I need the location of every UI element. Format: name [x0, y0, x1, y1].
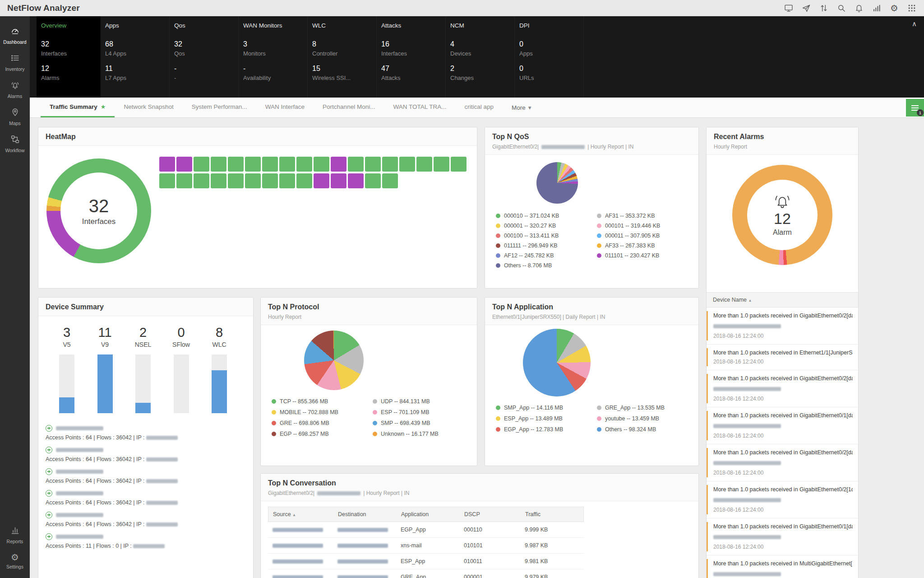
expand-plus-icon[interactable] [46, 490, 52, 497]
column-header-traffic[interactable]: Traffic [525, 511, 589, 517]
sidebar-item-workflow[interactable]: Workflow [0, 130, 30, 157]
expand-plus-icon[interactable] [46, 425, 52, 432]
column-header-application[interactable]: Application [401, 511, 464, 517]
sidebar-item-alarms[interactable]: Alarms [0, 76, 30, 103]
send-icon[interactable] [801, 3, 811, 13]
heatmap-cell[interactable] [228, 157, 244, 172]
heatmap-cell[interactable] [314, 157, 329, 172]
sidebar-item-reports[interactable]: Reports [0, 521, 30, 548]
application-pie-chart[interactable] [523, 329, 591, 396]
heatmap-cell[interactable] [262, 157, 278, 172]
alarm-list-item[interactable]: More than 1.0 packets received in Gigabi… [707, 370, 858, 407]
alarm-list-item[interactable]: More than 1.0 packets received in Gigabi… [707, 518, 858, 555]
heatmap-cell[interactable] [211, 173, 226, 188]
heatmap-cell[interactable] [228, 173, 244, 188]
interfaces-donut-chart[interactable]: 32 Interfaces [46, 158, 151, 263]
heatmap-cell[interactable] [382, 157, 398, 172]
heatmap-cell[interactable] [296, 157, 312, 172]
heatmap-cell[interactable] [176, 173, 192, 188]
heatmap-cell[interactable] [245, 173, 261, 188]
device-list-item[interactable]: Access Points : 64 | Flows : 36042 | IP … [46, 511, 246, 527]
heatmap-cell[interactable] [245, 157, 261, 172]
panel-tab-overview[interactable]: Overview [41, 22, 100, 29]
heatmap-cell[interactable] [194, 173, 209, 188]
panel-tab-dpi[interactable]: DPI [519, 22, 583, 29]
tab-portchannel-moni[interactable]: Portchannel Moni... [314, 98, 384, 117]
heatmap-cell[interactable] [331, 157, 346, 172]
alarm-list-item[interactable]: More than 1.0 packets received in Ethern… [707, 345, 858, 370]
notifications-icon[interactable] [854, 3, 864, 13]
alarms-donut-chart[interactable]: 12 Alarm [732, 165, 832, 265]
tab-traffic-summary[interactable]: Traffic Summary [41, 98, 115, 117]
conversation-row[interactable]: xns-mail0101019.987 KB [268, 538, 584, 554]
qos-pie-chart[interactable] [536, 162, 578, 204]
search-icon[interactable] [836, 3, 846, 13]
more-tabs-button[interactable]: More [503, 98, 541, 117]
alarm-list-header[interactable]: Device Name [707, 292, 858, 308]
panel-tab-attacks[interactable]: Attacks [381, 22, 445, 29]
expand-plus-icon[interactable] [46, 468, 52, 475]
column-header-source[interactable]: Source [273, 511, 338, 517]
heatmap-cell[interactable] [399, 157, 415, 172]
sidebar-item-settings[interactable]: ⚙Settings [0, 548, 30, 573]
heatmap-cell[interactable] [434, 157, 449, 172]
views-menu-button[interactable]: 1 [906, 99, 924, 117]
alarm-list-item[interactable]: More than 1.0 packets received in Gigabi… [707, 444, 858, 481]
heatmap-cell[interactable] [348, 173, 364, 188]
panel-tab-wlc[interactable]: WLC [312, 22, 376, 29]
device-list-item[interactable]: Access Points : 64 | Flows : 36042 | IP … [46, 424, 246, 441]
sidebar-item-dashboard[interactable]: Dashboard [0, 22, 30, 49]
tab-critical-app[interactable]: critical app [455, 98, 503, 117]
sidebar-item-maps[interactable]: Maps [0, 103, 30, 130]
heatmap-cell[interactable] [365, 173, 381, 188]
heatmap-cell[interactable] [382, 173, 398, 188]
collapse-panel-button[interactable] [912, 20, 917, 28]
tab-wan-interface[interactable]: WAN Interface [256, 98, 314, 117]
tab-network-snapshot[interactable]: Network Snapshot [115, 98, 182, 117]
heatmap-cell[interactable] [331, 173, 346, 188]
heatmap-cell[interactable] [314, 173, 329, 188]
settings-gear-icon[interactable]: ⚙ [889, 3, 899, 13]
alarm-list-item[interactable]: More than 1.0 packets received in Gigabi… [707, 308, 858, 345]
device-list-item[interactable]: Access Points : 64 | Flows : 36042 | IP … [46, 489, 246, 506]
alarm-list-item[interactable]: More than 1.0 packets received in MultiG… [707, 555, 858, 578]
tab-wan-total-tra[interactable]: WAN TOTAL TRA... [384, 98, 455, 117]
favorite-star-icon[interactable] [101, 103, 106, 110]
panel-tab-wan-monitors[interactable]: WAN Monitors [243, 22, 307, 29]
heatmap-cell[interactable] [296, 173, 312, 188]
tab-system-performan[interactable]: System Performan... [183, 98, 256, 117]
column-header-destination[interactable]: Destination [338, 511, 401, 517]
sidebar-item-inventory[interactable]: Inventory [0, 49, 30, 76]
expand-plus-icon[interactable] [46, 533, 52, 540]
heatmap-cell[interactable] [159, 157, 175, 172]
heatmap-cell[interactable] [365, 157, 381, 172]
conversation-row[interactable]: ESP_App0100119.981 KB [268, 554, 584, 569]
protocol-pie-chart[interactable] [304, 331, 364, 390]
device-list-item[interactable]: Access Points : 64 | Flows : 36042 | IP … [46, 467, 246, 484]
panel-tab-qos[interactable]: Qos [174, 22, 238, 29]
column-header-dscp[interactable]: DSCP [464, 511, 525, 517]
panel-tab-ncm[interactable]: NCM [450, 22, 514, 29]
device-list-item[interactable]: Access Points : 64 | Flows : 36042 | IP … [46, 446, 246, 462]
heatmap-cell[interactable] [211, 157, 226, 172]
present-screen-icon[interactable] [784, 3, 794, 13]
heatmap-cell[interactable] [194, 157, 209, 172]
heatmap-cell[interactable] [416, 157, 432, 172]
signal-bars-icon[interactable] [872, 3, 882, 13]
alarm-list-item[interactable]: More than 1.0 packets received in Gigabi… [707, 481, 858, 518]
expand-plus-icon[interactable] [46, 447, 52, 453]
heatmap-cell[interactable] [279, 157, 295, 172]
alarm-list-item[interactable]: More than 1.0 packets received in Gigabi… [707, 407, 858, 444]
conversation-row[interactable]: EGP_App0001109.999 KB [268, 522, 584, 538]
heatmap-cell[interactable] [348, 157, 364, 172]
heatmap-cell[interactable] [262, 173, 278, 188]
heatmap-cell[interactable] [159, 173, 175, 188]
heatmap-cell[interactable] [176, 157, 192, 172]
panel-tab-apps[interactable]: Apps [105, 22, 169, 29]
expand-plus-icon[interactable] [46, 512, 52, 518]
heatmap-cell[interactable] [279, 173, 295, 188]
heatmap-cell[interactable] [451, 157, 467, 172]
apps-grid-icon[interactable] [907, 3, 917, 13]
data-transfer-icon[interactable] [819, 3, 829, 13]
conversation-row[interactable]: GRE_App0000019.979 KB [268, 569, 584, 578]
